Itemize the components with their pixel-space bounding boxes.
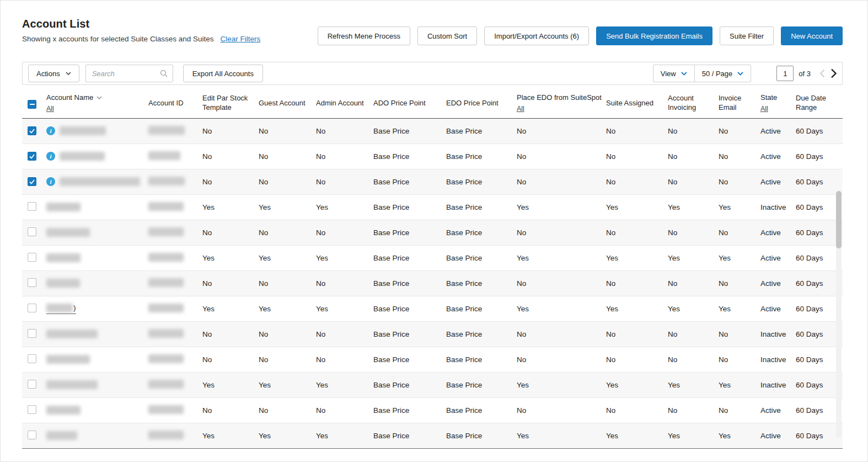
clear-filters-link[interactable]: Clear Filters <box>220 35 260 43</box>
cell-account-id <box>148 270 202 296</box>
account-name-redacted[interactable] <box>46 253 81 262</box>
cell-account-id <box>148 296 202 321</box>
filter-all-state-link[interactable]: All <box>760 104 768 113</box>
scrollbar-thumb[interactable] <box>836 191 842 248</box>
table-row: YesYesYesBase PriceBase PriceYesYesYesYe… <box>22 245 843 270</box>
search-input[interactable] <box>91 69 160 78</box>
per-page-dropdown-label: 50 / Page <box>702 70 733 78</box>
account-name-redacted[interactable] <box>46 203 81 211</box>
cell-invoice-email: Yes <box>719 194 760 220</box>
cell-edo-price-point: Base Price <box>446 397 517 423</box>
header-buttons: Refresh Mene Process Custom Sort Import/… <box>318 26 843 45</box>
previous-page-icon[interactable] <box>819 69 825 78</box>
account-name-link[interactable]: ) <box>46 304 76 314</box>
cell-account-name: i <box>46 118 148 144</box>
account-id-redacted <box>148 304 184 312</box>
row-checkbox[interactable] <box>28 202 36 211</box>
column-label: State <box>760 93 777 103</box>
account-name-redacted[interactable] <box>46 380 98 389</box>
cell-ado-price-point: Base Price <box>373 347 446 372</box>
table-row: NoNoNoBase PriceBase PriceNoNoNoNoActive… <box>22 270 843 296</box>
row-checkbox[interactable] <box>28 354 36 363</box>
cell-admin-account: Yes <box>316 245 373 270</box>
account-name-redacted[interactable] <box>60 126 106 135</box>
cell-state: Inactive <box>760 347 796 372</box>
custom-sort-button[interactable]: Custom Sort <box>417 26 477 45</box>
cell-ado-price-point: Base Price <box>373 397 446 423</box>
import-export-accounts-button[interactable]: Import/Export Accounts (6) <box>484 26 589 45</box>
pagination: of 3 <box>776 66 837 81</box>
filter-all-account-name-link[interactable]: All <box>46 104 54 113</box>
column-label: Invoice Email <box>719 94 741 111</box>
column-label: Account Name <box>46 93 93 103</box>
refresh-mene-process-button[interactable]: Refresh Mene Process <box>318 26 410 45</box>
row-checkbox[interactable] <box>28 152 36 161</box>
table-row: iNoNoNoBase PriceBase PriceNoNoNoNoActiv… <box>22 144 843 169</box>
account-name-redacted[interactable] <box>46 355 90 364</box>
toolbar: Actions Export All Accounts View 50 / Pa… <box>22 62 843 85</box>
select-all-checkbox[interactable] <box>28 100 36 109</box>
account-name-redacted[interactable] <box>46 228 90 237</box>
next-page-icon[interactable] <box>831 68 837 78</box>
cell-admin-account: No <box>316 220 373 245</box>
page-number-input[interactable] <box>776 66 794 81</box>
account-name-redacted[interactable] <box>46 279 80 288</box>
account-id-redacted <box>148 202 184 211</box>
cell-state: Active <box>760 118 796 144</box>
row-checkbox[interactable] <box>28 177 36 186</box>
filter-all-place-edo-link[interactable]: All <box>517 104 524 113</box>
cell-suite-assigned: No <box>606 220 668 245</box>
cell-place-edo-from-suitespot: Yes <box>517 372 606 397</box>
suite-filter-button[interactable]: Suite Filter <box>720 26 774 45</box>
new-account-button[interactable]: New Account <box>781 26 843 45</box>
cell-state: Active <box>760 296 796 321</box>
row-checkbox[interactable] <box>28 253 36 262</box>
table-row: YesYesYesBase PriceBase PriceYesYesYesYe… <box>22 194 843 220</box>
row-checkbox[interactable] <box>28 380 36 389</box>
sort-down-icon[interactable] <box>97 96 102 99</box>
account-name-redacted[interactable] <box>46 304 73 312</box>
cell-guest-account: Yes <box>259 423 316 448</box>
send-bulk-registration-emails-button[interactable]: Send Bulk Registration Emails <box>596 26 712 45</box>
cell-edit-par-stock-template: No <box>202 169 259 194</box>
per-page-dropdown[interactable]: 50 / Page <box>694 65 751 82</box>
cell-edo-price-point: Base Price <box>446 321 517 347</box>
info-icon[interactable]: i <box>46 177 55 186</box>
export-all-accounts-button[interactable]: Export All Accounts <box>183 65 263 82</box>
row-checkbox[interactable] <box>28 227 36 236</box>
cell-suite-assigned: No <box>606 169 668 194</box>
page-header: Account List Showing x accounts for sele… <box>22 17 843 45</box>
row-checkbox[interactable] <box>28 304 36 312</box>
row-checkbox-cell <box>22 321 46 347</box>
account-name-redacted[interactable] <box>46 406 81 415</box>
cell-account-id <box>148 245 202 270</box>
cell-admin-account: No <box>316 270 373 296</box>
account-name-redacted[interactable] <box>46 431 77 440</box>
row-checkbox[interactable] <box>28 431 36 439</box>
column-header-account-name[interactable]: Account Name All <box>46 89 148 118</box>
cell-admin-account: No <box>316 144 373 169</box>
column-label: Admin Account <box>316 99 364 107</box>
row-checkbox[interactable] <box>28 405 36 414</box>
info-icon[interactable]: i <box>46 126 55 135</box>
cell-ado-price-point: Base Price <box>373 194 446 220</box>
account-name-redacted[interactable] <box>60 177 140 186</box>
account-name-redacted[interactable] <box>46 330 98 338</box>
column-header-account-id: Account ID <box>148 89 202 118</box>
vertical-scrollbar[interactable] <box>836 191 842 438</box>
table-row: iNoNoNoBase PriceBase PriceNoNoNoNoActiv… <box>22 169 843 194</box>
account-name-redacted[interactable] <box>60 152 105 161</box>
view-dropdown[interactable]: View <box>653 65 694 82</box>
cell-account-id <box>148 397 202 423</box>
row-checkbox[interactable] <box>28 126 36 135</box>
info-icon[interactable]: i <box>46 152 55 161</box>
cell-ado-price-point: Base Price <box>373 245 446 270</box>
cell-invoice-email: No <box>719 321 760 347</box>
row-checkbox[interactable] <box>28 329 36 338</box>
cell-account-name <box>46 194 148 220</box>
actions-dropdown[interactable]: Actions <box>28 65 79 82</box>
row-checkbox[interactable] <box>28 278 36 287</box>
row-checkbox-cell <box>22 220 46 245</box>
column-label: EDO Price Point <box>446 99 499 107</box>
cell-state: Active <box>760 270 796 296</box>
